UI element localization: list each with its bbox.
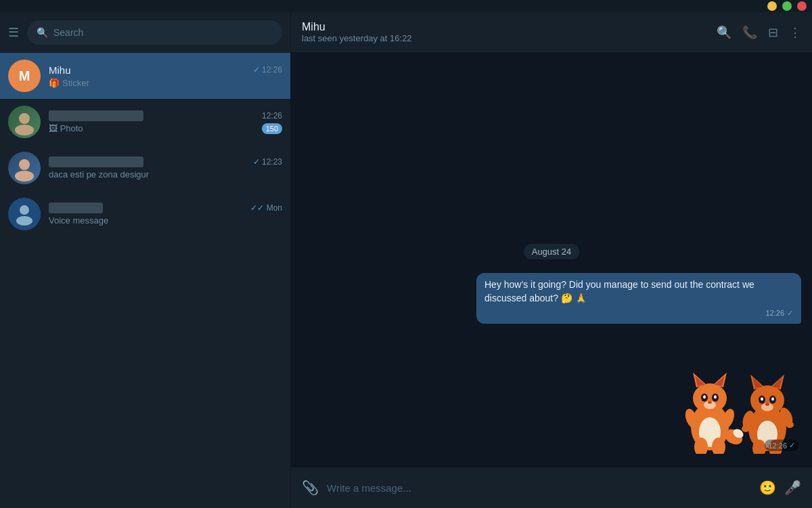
search-input[interactable] (53, 27, 273, 38)
date-badge: August 24 (524, 244, 580, 259)
main-layout: ☰ 🔍 M Mihu ✓ 12:26 (0, 12, 812, 508)
call-icon[interactable]: 📞 (742, 25, 757, 40)
chat-time-3: ✓ 12:23 (253, 157, 282, 167)
chat-time-mihu: ✓ 12:26 (253, 65, 282, 75)
chat-header-info: Mihu last seen yesterday at 16:22 (302, 21, 717, 43)
top-bar (0, 0, 812, 12)
avatar-contact3 (8, 152, 41, 184)
chat-preview-3: daca esti pe zona desigur (49, 169, 282, 179)
message-row-1: Hey how's it going? Did you manage to se… (302, 273, 801, 324)
svg-point-13 (714, 396, 717, 399)
more-options-icon[interactable]: ⋮ (789, 25, 801, 40)
chat-top-3: ✓ 12:23 (49, 156, 282, 167)
sidebar-header: ☰ 🔍 (0, 12, 290, 53)
avatar-mihu: M (8, 60, 41, 92)
chat-item-mihu[interactable]: M Mihu ✓ 12:26 🎁 Sticker (0, 53, 290, 99)
chat-info-contact4: ✓✓ Mon Voice message (49, 203, 282, 226)
attach-icon[interactable]: 📎 (302, 480, 319, 496)
chat-time-4: ✓✓ Mon (250, 203, 282, 213)
message-meta-1: 12:26 ✓ (484, 308, 793, 318)
search-box[interactable]: 🔍 (27, 20, 282, 45)
chat-preview-2: 🖼 Photo 150 (49, 123, 282, 134)
message-text-1: Hey how's it going? Did you manage to se… (484, 279, 754, 303)
message-bubble-1: Hey how's it going? Did you manage to se… (476, 273, 801, 324)
check-icon-3: ✓ (253, 157, 260, 167)
chat-item-contact2[interactable]: 12:26 🖼 Photo 150 (0, 99, 290, 145)
spacer (302, 66, 801, 230)
search-chat-icon[interactable]: 🔍 (717, 25, 731, 40)
chat-header-actions: 🔍 📞 ⊟ ⋮ (717, 25, 801, 40)
chat-name-blur-3 (49, 156, 143, 167)
svg-point-34 (765, 403, 769, 406)
chat-top-2: 12:26 (49, 110, 282, 121)
columns-icon[interactable]: ⊟ (768, 25, 778, 40)
chat-item-contact3[interactable]: ✓ 12:23 daca esti pe zona desigur (0, 145, 290, 191)
svg-point-31 (761, 398, 763, 401)
chat-preview-mihu: 🎁 Sticker (49, 78, 282, 88)
chat-name-mihu: Mihu (49, 64, 71, 76)
sticker-check: ✓ (789, 441, 795, 450)
svg-point-38 (786, 421, 794, 428)
chat-panel: Mihu last seen yesterday at 16:22 🔍 📞 ⊟ … (291, 12, 812, 508)
sticker-svg (666, 332, 801, 454)
chat-info-contact2: 12:26 🖼 Photo 150 (49, 110, 282, 134)
chat-header: Mihu last seen yesterday at 16:22 🔍 📞 ⊟ … (291, 12, 812, 53)
sticker-container: 12:26 ✓ (666, 332, 801, 454)
mic-icon[interactable]: 🎤 (784, 480, 801, 496)
chat-item-contact4[interactable]: ✓✓ Mon Voice message (0, 191, 290, 237)
input-area: 📎 🙂 🎤 (291, 467, 812, 508)
chat-top: Mihu ✓ 12:26 (49, 64, 282, 76)
search-icon: 🔍 (37, 27, 48, 38)
svg-point-1 (20, 205, 29, 215)
sidebar: ☰ 🔍 M Mihu ✓ 12:26 (0, 12, 291, 508)
check-icon: ✓ (253, 65, 260, 75)
message-input[interactable] (327, 482, 751, 494)
menu-icon[interactable]: ☰ (8, 25, 19, 40)
messages-area: August 24 Hey how's it going? Did you ma… (291, 53, 812, 467)
svg-point-15 (708, 401, 712, 404)
avatar-contact4 (8, 198, 41, 230)
chat-header-status: last seen yesterday at 16:22 (302, 33, 717, 43)
avatar-contact2 (8, 106, 41, 138)
sticker-time: 12:26 (768, 442, 787, 450)
sticker-meta: 12:26 ✓ (765, 440, 798, 451)
chat-info-contact3: ✓ 12:23 daca esti pe zona desigur (49, 156, 282, 179)
svg-point-2 (16, 216, 32, 226)
message-check-1: ✓ (787, 308, 793, 318)
chat-info-mihu: Mihu ✓ 12:26 🎁 Sticker (49, 64, 282, 88)
chat-name-blur-4 (49, 203, 103, 213)
close-button[interactable] (797, 1, 807, 11)
unread-badge-2: 150 (262, 123, 282, 134)
double-check-icon: ✓✓ (250, 203, 264, 213)
chat-time-2: 12:26 (262, 111, 282, 121)
chat-top-4: ✓✓ Mon (49, 203, 282, 213)
chat-list: M Mihu ✓ 12:26 🎁 Sticker (0, 53, 290, 508)
chat-header-name: Mihu (302, 21, 717, 33)
chat-preview-4: Voice message (49, 215, 282, 226)
minimize-button[interactable] (767, 1, 777, 11)
chat-name-blur-2 (49, 110, 143, 121)
maximize-button[interactable] (782, 1, 792, 11)
emoji-icon[interactable]: 🙂 (759, 480, 776, 496)
svg-point-32 (771, 398, 774, 401)
svg-point-37 (742, 425, 750, 432)
date-separator: August 24 (302, 244, 801, 259)
sticker-row: 12:26 ✓ (302, 332, 801, 454)
svg-point-12 (703, 396, 706, 399)
message-time-1: 12:26 (765, 308, 784, 318)
